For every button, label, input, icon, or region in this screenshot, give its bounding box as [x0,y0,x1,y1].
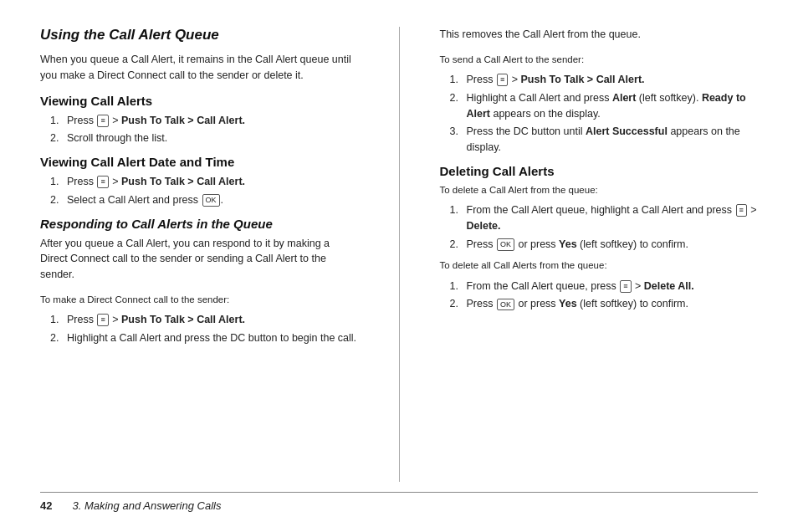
right-column: This removes the Call Alert from the que… [440,27,759,482]
menu-icon: ≡ [97,176,108,188]
delete-list: 1. From the Call Alert queue, highlight … [450,202,759,252]
list-item: 1. From the Call Alert queue, highlight … [450,202,759,234]
item-text: Push To Talk > Call Alert. [121,314,245,325]
ok-icon: OK [497,299,514,311]
send-alert-list: 1. Press ≡ > Push To Talk > Call Alert. … [450,72,759,156]
item-text: Push To Talk > Call Alert. [520,74,644,85]
item-text: Alert [612,92,636,104]
item-text: Ready to Alert [467,92,746,120]
list-item: 1. Press ≡ > Push To Talk > Call Alert. [50,174,359,190]
send-alert-label: To send a Call Alert to the sender: [440,53,759,67]
column-divider [399,27,400,482]
menu-icon: ≡ [736,204,747,217]
delete-all-intro: To delete all Call Alerts from the queue… [440,258,759,273]
left-column: Using the Call Alert Queue When you queu… [40,27,359,482]
page: Using the Call Alert Queue When you queu… [0,0,798,532]
list-item: 2. Select a Call Alert and press OK. [50,192,359,208]
content-area: Using the Call Alert Queue When you queu… [40,27,758,482]
section-heading-responding: Responding to Call Alerts in the Queue [40,217,359,231]
responding-list: 1. Press ≡ > Push To Talk > Call Alert. … [50,312,359,346]
item-text: Alert Successful [586,125,668,137]
list-item: 2. Press OK or press Yes (left softkey) … [450,296,759,312]
delete-intro: To delete a Call Alert from the queue: [440,183,759,197]
item-text: Scroll through the list. [67,132,167,144]
list-item: 2. Highlight a Call Alert and press Aler… [450,90,759,122]
section-heading-deleting: Deleting Call Alerts [440,164,759,178]
footer-chapter: 3. Making and Answering Calls [72,499,221,512]
intro-text: When you queue a Call Alert, it remains … [40,52,359,84]
menu-icon: ≡ [620,280,631,293]
item-text: Delete. [467,220,501,232]
item-text: Delete All. [644,280,694,292]
right-intro: This removes the Call Alert from the que… [440,27,759,43]
menu-icon: ≡ [97,314,108,326]
list-item: 2. Highlight a Call Alert and press the … [50,330,359,346]
date-time-list: 1. Press ≡ > Push To Talk > Call Alert. … [50,174,359,208]
list-item: 1. Press ≡ > Push To Talk > Call Alert. [50,113,359,129]
page-title: Using the Call Alert Queue [40,27,359,43]
list-item: 1. From the Call Alert queue, press ≡ > … [450,279,759,294]
section-heading-viewing-alerts: Viewing Call Alerts [40,94,359,108]
delete-all-list: 1. From the Call Alert queue, press ≡ > … [450,279,759,313]
item-text: Yes [559,238,577,250]
list-item: 3. Press the DC button until Alert Succe… [450,124,759,156]
list-item: 1. Press ≡ > Push To Talk > Call Alert. [450,72,759,88]
ok-icon: OK [497,238,514,251]
ok-icon: OK [202,194,220,207]
section-heading-date-time: Viewing Call Alert Date and Time [40,155,359,169]
footer-page-number: 42 [40,499,52,512]
viewing-alerts-list: 1. Press ≡ > Push To Talk > Call Alert. … [50,113,359,147]
list-item: 2. Press OK or press Yes (left softkey) … [450,237,759,253]
make-dc-label: To make a Direct Connect call to the sen… [40,293,359,307]
list-item: 2. Scroll through the list. [50,130,359,146]
responding-intro: After you queue a Call Alert, you can re… [40,236,359,283]
footer: 42 3. Making and Answering Calls [40,492,758,512]
menu-icon: ≡ [97,115,108,127]
menu-icon: ≡ [497,74,508,86]
item-text: Push To Talk > Call Alert. [121,176,245,187]
item-text: Push To Talk > Call Alert. [121,115,245,126]
item-text: Yes [559,298,577,309]
list-item: 1. Press ≡ > Push To Talk > Call Alert. [50,312,359,328]
